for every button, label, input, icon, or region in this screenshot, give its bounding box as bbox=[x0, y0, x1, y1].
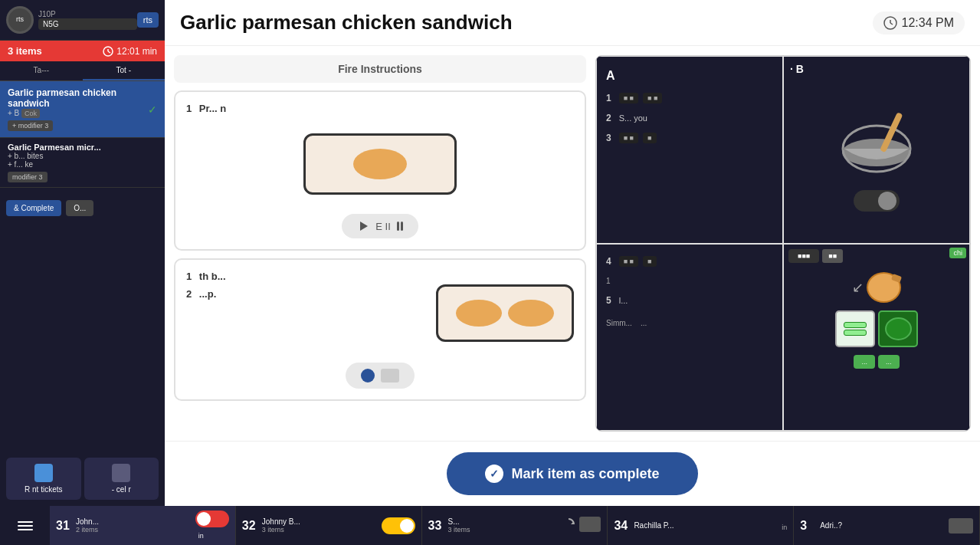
modifier-1: + modifier 3 bbox=[8, 120, 53, 131]
bottom-tab-34[interactable]: 34 Rachilla P... in bbox=[608, 506, 794, 545]
bun-boxes bbox=[788, 310, 965, 347]
section-note: 1 bbox=[606, 277, 773, 285]
tab-32-name: Johnny B... bbox=[262, 517, 300, 526]
row-5-num: 5 bbox=[606, 295, 611, 306]
ingredient-1b: ■ ■ bbox=[643, 93, 662, 103]
refresh-icon bbox=[561, 517, 576, 532]
toggle-knob-31 bbox=[197, 512, 211, 526]
assembly-btn-2[interactable]: ■■ bbox=[822, 249, 843, 263]
sidebar-order-item-2[interactable]: Garlic Parmesan micr... + b... bites + f… bbox=[0, 138, 165, 188]
veggie-1 bbox=[844, 322, 867, 328]
svg-line-7 bbox=[890, 23, 893, 25]
tab-31-num: 31 bbox=[56, 519, 71, 533]
menu-icon bbox=[18, 521, 33, 530]
tab-31-toggle[interactable]: in bbox=[195, 511, 229, 541]
bottom-tab-3[interactable]: 3 Adri..? bbox=[794, 506, 980, 545]
veggie-box bbox=[835, 310, 875, 347]
toggle-switch[interactable] bbox=[854, 190, 900, 212]
food-tray-2 bbox=[436, 284, 574, 342]
print-tickets-label: R nt tickets bbox=[25, 485, 62, 494]
section-green-btn-1[interactable]: ... bbox=[854, 355, 875, 369]
assembly-buttons: ■■■ ■■ bbox=[788, 249, 965, 263]
ingredient-2: S... you bbox=[619, 113, 647, 123]
sidebar-order-item-1[interactable]: Garlic parmesan chicken sandwich + B Cok… bbox=[0, 81, 165, 138]
sidebar: rts J10P N5G rts 3 items 12:01 min Ta---… bbox=[0, 0, 165, 506]
clock-icon bbox=[883, 16, 897, 30]
sidebar-tab-1[interactable]: Ta--- bbox=[0, 61, 83, 80]
tab-31-count: 2 items bbox=[76, 526, 99, 534]
ingredient-row-2: 2 S... you bbox=[606, 113, 773, 123]
assembly-btn-1[interactable]: ■■■ bbox=[788, 249, 819, 263]
tab-3-toggle[interactable] bbox=[949, 518, 973, 534]
ingredient-row-5: 5 l... bbox=[606, 295, 773, 306]
tab-32-count: 3 items bbox=[262, 526, 300, 534]
tab-32-toggle[interactable] bbox=[382, 517, 415, 534]
page-title: Garlic parmesan chicken sandwich bbox=[180, 11, 513, 34]
rts-button[interactable]: rts bbox=[137, 12, 159, 28]
section-a-header: A bbox=[606, 66, 773, 86]
svg-text:rts: rts bbox=[16, 15, 24, 23]
main-body: Fire Instructions 1 Pr... n bbox=[165, 46, 980, 441]
tab-33-num: 33 bbox=[428, 519, 444, 533]
tab-31-info: John... 2 items bbox=[76, 517, 99, 534]
step-2-toggle[interactable] bbox=[346, 363, 415, 389]
bottom-tab-32[interactable]: 32 Johnny B... 3 items bbox=[236, 506, 422, 545]
tab-3-num: 3 bbox=[800, 519, 815, 533]
tab-3-info: Adri..? bbox=[820, 521, 842, 530]
complete-button[interactable]: & Complete bbox=[6, 200, 61, 216]
tab-34-toggle[interactable]: in bbox=[782, 519, 787, 533]
chip-label: chi bbox=[949, 248, 966, 258]
ingredient-4a: ■ ■ bbox=[619, 256, 638, 267]
order-item-1-qty: + B Cok bbox=[8, 109, 148, 117]
section-b-label: · B bbox=[790, 63, 804, 75]
row-3-num: 3 bbox=[606, 133, 611, 143]
print-tickets-button[interactable]: R nt tickets bbox=[6, 458, 81, 500]
lettuce bbox=[885, 317, 912, 340]
step-2-content: 1 th b... 2 ...p. bbox=[186, 271, 574, 355]
tab-32-num: 32 bbox=[242, 519, 257, 533]
network-status: N5G bbox=[38, 18, 137, 30]
step-2-image bbox=[436, 271, 574, 355]
veggie-content bbox=[844, 322, 867, 336]
food-tray-1 bbox=[303, 133, 457, 195]
chicken-patty bbox=[867, 272, 901, 303]
tab-33-count: 3 items bbox=[448, 526, 470, 534]
toggle-gray-3 bbox=[949, 518, 973, 534]
cancel-icon bbox=[112, 464, 130, 482]
order-item-2-sub2: + f... ke bbox=[8, 160, 157, 169]
right-section-bottom-left: 4 ■ ■ ■ 1 5 l... Simm... ... bbox=[596, 244, 783, 432]
tab-32-info: Johnny B... 3 items bbox=[262, 517, 300, 534]
step-1-image bbox=[186, 122, 574, 206]
ingredient-row-3: 3 ■ ■ ■ bbox=[606, 133, 773, 143]
other-button[interactable]: O... bbox=[66, 200, 93, 216]
toggle-pill-32[interactable] bbox=[382, 517, 415, 534]
toggle-pill-31[interactable] bbox=[195, 511, 229, 527]
instructions-header: Fire Instructions bbox=[174, 55, 586, 83]
mark-complete-button[interactable]: ✓ Mark item as complete bbox=[447, 452, 697, 495]
cancel-order-button[interactable]: - cel r bbox=[84, 458, 159, 500]
toggle-knob-32 bbox=[400, 519, 414, 533]
checkmark-icon: ✓ bbox=[485, 465, 503, 483]
bottom-tab-31[interactable]: 31 John... 2 items in bbox=[50, 506, 236, 545]
assembly-row: ↙ bbox=[788, 272, 965, 303]
right-section-assembly: chi ■■■ ■■ ↙ bbox=[783, 244, 970, 432]
print-icon bbox=[34, 464, 53, 482]
arrow-icon: ↙ bbox=[852, 279, 864, 296]
order-item-1-title: Garlic parmesan chicken sandwich bbox=[8, 87, 148, 109]
bowl-image bbox=[838, 103, 915, 179]
sidebar-header: rts J10P N5G rts bbox=[0, 0, 165, 41]
section-green-btn-2[interactable]: ... bbox=[878, 355, 900, 369]
bottom-tab-33[interactable]: 33 S... 3 items bbox=[422, 506, 608, 545]
sidebar-tab-2[interactable]: Tot - bbox=[83, 61, 166, 80]
step-1-text: 1 Pr... n bbox=[186, 103, 574, 114]
hamburger-menu[interactable] bbox=[0, 506, 50, 545]
tab-33-toggle[interactable] bbox=[561, 517, 601, 535]
row-1-num: 1 bbox=[606, 93, 611, 103]
bottom-tab-bar: 31 John... 2 items in 32 Johnny B... 3 i… bbox=[0, 506, 980, 545]
complete-button-label: Mark item as complete bbox=[511, 466, 659, 482]
step-1-toggle[interactable]: E II bbox=[342, 214, 418, 238]
bun-1 bbox=[456, 300, 502, 327]
switch-knob bbox=[878, 192, 896, 210]
order-item-2-title: Garlic Parmesan micr... bbox=[8, 143, 157, 152]
order-timer: 12:01 min bbox=[103, 46, 157, 57]
